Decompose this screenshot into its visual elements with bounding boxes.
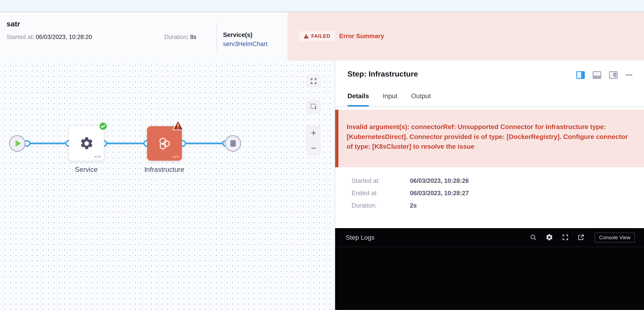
node-label-service: Service <box>58 166 115 173</box>
layout-floating-icon[interactable] <box>609 71 618 79</box>
stop-icon <box>230 140 236 147</box>
step-logs-title: Step Logs <box>346 234 374 241</box>
canvas-zoom-control: + − <box>306 125 321 156</box>
marquee-select-icon <box>310 103 317 110</box>
success-check-icon <box>98 122 108 132</box>
log-settings-gear-icon[interactable] <box>545 233 553 241</box>
zoom-out-button[interactable]: − <box>311 144 316 153</box>
minimize-icon[interactable] <box>626 71 632 79</box>
pipeline-canvas[interactable]: </> Service </> Infrastructure <box>0 61 335 310</box>
detail-value: 2s <box>410 202 416 209</box>
tab-output[interactable]: Output <box>411 93 431 105</box>
step-logs-header: Step Logs Console View <box>335 228 644 247</box>
tab-details[interactable]: Details <box>348 93 369 107</box>
panel-tabs: Details Input Output <box>335 93 644 107</box>
step-logs-actions: Console View <box>530 232 635 242</box>
edge-service-infra <box>103 143 148 144</box>
search-icon[interactable] <box>530 234 536 241</box>
detail-row-started: Started at:06/03/2023, 10:28:26 <box>352 177 469 184</box>
end-node <box>225 135 241 152</box>
started-at-label: Started at <box>6 34 32 40</box>
header-divider <box>216 24 217 51</box>
top-strip <box>0 0 644 12</box>
panel-layout-controls <box>576 71 632 79</box>
step-details-panel: Step: Infrastructure Details Input Outpu… <box>335 61 644 310</box>
error-summary-link[interactable]: Error Summary <box>339 33 384 39</box>
started-at-text: Started at: 06/03/2023, 10:28:20 <box>6 34 92 40</box>
step-details-list: Started at:06/03/2023, 10:28:26 Ended at… <box>352 177 469 214</box>
play-icon <box>15 140 21 147</box>
log-fullscreen-icon[interactable] <box>562 234 569 241</box>
duration-text: Duration: 8s <box>164 34 196 40</box>
edge-infra-end <box>182 143 226 144</box>
status-header-area: FAILED Error Summary <box>288 12 644 61</box>
pipeline-execution-page: satr Started at: 06/03/2023, 10:28:20 Du… <box>0 0 644 310</box>
panel-title: Step: Infrastructure <box>348 69 418 79</box>
service-link[interactable]: serv3HelmChart <box>223 39 268 49</box>
detail-label: Ended at: <box>352 189 410 196</box>
canvas-fullscreen-button[interactable] <box>306 75 321 88</box>
services-label: Service(s) <box>223 31 268 40</box>
detail-value: 06/03/2023, 10:28:27 <box>410 189 469 196</box>
execution-header: satr Started at: 06/03/2023, 10:28:20 Du… <box>0 12 644 61</box>
failure-warning-icon <box>172 120 184 132</box>
step-logs-content <box>335 247 644 310</box>
status-badge: FAILED <box>299 31 335 41</box>
warning-triangle-icon <box>304 34 309 39</box>
detail-value: 06/03/2023, 10:28:26 <box>410 177 469 184</box>
error-message-box: Invalid argument(s): connectorRef: Unsup… <box>335 110 644 167</box>
detail-row-duration: Duration:2s <box>352 202 469 209</box>
canvas-select-button[interactable] <box>306 100 321 113</box>
node-label-infrastructure: Infrastructure <box>136 166 193 173</box>
fullscreen-icon <box>310 78 317 85</box>
started-at-value: : 06/03/2023, 10:28:20 <box>32 34 92 40</box>
hexagon-cluster-icon <box>157 136 172 151</box>
zoom-in-button[interactable]: + <box>311 128 316 137</box>
code-icon: </> <box>172 155 179 159</box>
detail-label: Duration: <box>352 202 410 209</box>
detail-label: Started at: <box>352 177 410 184</box>
gear-icon <box>79 136 94 151</box>
start-node <box>9 135 26 152</box>
tab-input[interactable]: Input <box>383 93 398 105</box>
layout-split-right-icon[interactable] <box>576 71 585 79</box>
pipeline-name: satr <box>6 20 20 28</box>
error-message-text: Invalid argument(s): connectorRef: Unsup… <box>347 122 632 152</box>
edge-start-service <box>26 143 70 144</box>
console-view-button[interactable]: Console View <box>594 232 635 242</box>
duration-value: : 8s <box>187 34 196 40</box>
status-badge-label: FAILED <box>311 33 330 39</box>
step-logs-section: Step Logs Console View <box>335 228 644 310</box>
open-in-new-icon[interactable] <box>577 234 584 241</box>
layout-split-bottom-icon[interactable] <box>593 71 601 79</box>
duration-label: Duration <box>164 34 187 40</box>
detail-row-ended: Ended at:06/03/2023, 10:28:27 <box>352 189 469 196</box>
code-icon: </> <box>94 155 101 159</box>
services-block: Service(s) serv3HelmChart <box>223 31 268 49</box>
